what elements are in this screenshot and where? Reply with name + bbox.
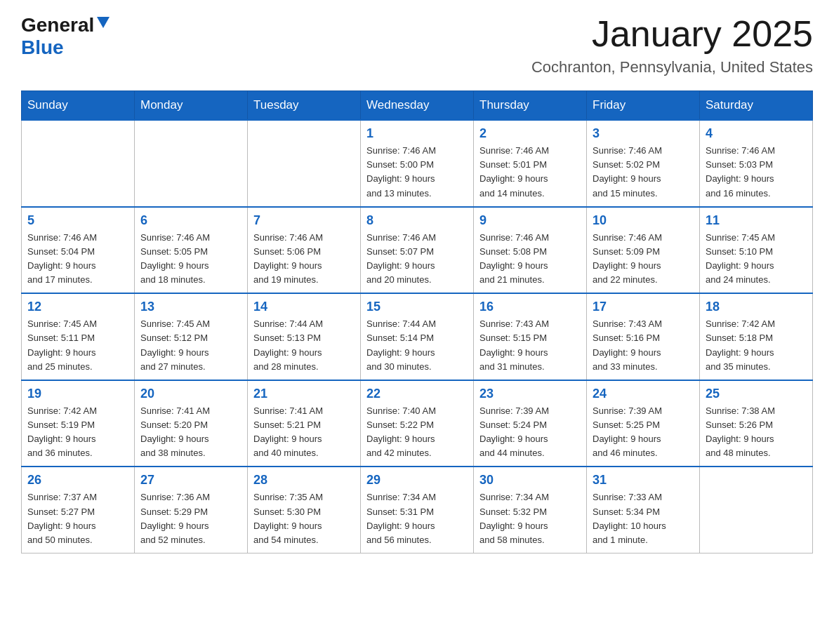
day-info: Sunrise: 7:46 AM Sunset: 5:00 PM Dayligh… <box>366 144 468 201</box>
day-number: 6 <box>140 213 241 228</box>
day-of-week-header: Sunday <box>22 91 135 121</box>
day-info: Sunrise: 7:35 AM Sunset: 5:30 PM Dayligh… <box>253 490 355 547</box>
day-info: Sunrise: 7:41 AM Sunset: 5:21 PM Dayligh… <box>253 404 355 461</box>
calendar-cell: 12Sunrise: 7:45 AM Sunset: 5:11 PM Dayli… <box>22 293 135 380</box>
logo-triangle-icon <box>97 17 110 31</box>
day-info: Sunrise: 7:33 AM Sunset: 5:34 PM Dayligh… <box>593 490 694 547</box>
day-number: 8 <box>366 213 468 228</box>
week-row: 5Sunrise: 7:46 AM Sunset: 5:04 PM Daylig… <box>22 207 813 294</box>
day-number: 28 <box>253 473 355 488</box>
day-info: Sunrise: 7:45 AM Sunset: 5:11 PM Dayligh… <box>27 317 128 374</box>
calendar-cell: 9Sunrise: 7:46 AM Sunset: 5:08 PM Daylig… <box>474 207 587 294</box>
day-info: Sunrise: 7:46 AM Sunset: 5:09 PM Dayligh… <box>593 231 694 288</box>
calendar-cell: 5Sunrise: 7:46 AM Sunset: 5:04 PM Daylig… <box>22 207 135 294</box>
page-header: General Blue January 2025 Cochranton, Pe… <box>21 14 813 76</box>
day-info: Sunrise: 7:44 AM Sunset: 5:14 PM Dayligh… <box>366 317 468 374</box>
day-number: 21 <box>253 387 355 401</box>
calendar-cell <box>135 120 248 207</box>
day-info: Sunrise: 7:38 AM Sunset: 5:26 PM Dayligh… <box>706 404 807 461</box>
day-info: Sunrise: 7:46 AM Sunset: 5:07 PM Dayligh… <box>366 231 468 288</box>
calendar-cell: 22Sunrise: 7:40 AM Sunset: 5:22 PM Dayli… <box>361 380 474 467</box>
logo-blue-text: Blue <box>21 36 64 58</box>
day-info: Sunrise: 7:39 AM Sunset: 5:25 PM Dayligh… <box>593 404 694 461</box>
day-number: 14 <box>253 300 355 314</box>
day-number: 7 <box>253 213 355 228</box>
day-number: 17 <box>593 300 694 314</box>
day-number: 30 <box>479 473 581 488</box>
day-number: 16 <box>479 300 581 314</box>
day-info: Sunrise: 7:46 AM Sunset: 5:03 PM Dayligh… <box>706 144 807 201</box>
day-info: Sunrise: 7:46 AM Sunset: 5:08 PM Dayligh… <box>479 231 581 288</box>
calendar-cell: 6Sunrise: 7:46 AM Sunset: 5:05 PM Daylig… <box>135 207 248 294</box>
calendar-cell: 10Sunrise: 7:46 AM Sunset: 5:09 PM Dayli… <box>587 207 700 294</box>
day-info: Sunrise: 7:46 AM Sunset: 5:06 PM Dayligh… <box>253 231 355 288</box>
calendar-cell: 3Sunrise: 7:46 AM Sunset: 5:02 PM Daylig… <box>587 120 700 207</box>
day-number: 31 <box>593 473 694 488</box>
calendar-header-row: SundayMondayTuesdayWednesdayThursdayFrid… <box>22 91 813 121</box>
calendar-cell: 18Sunrise: 7:42 AM Sunset: 5:18 PM Dayli… <box>700 293 813 380</box>
day-info: Sunrise: 7:43 AM Sunset: 5:16 PM Dayligh… <box>593 317 694 374</box>
calendar-title: January 2025 <box>531 14 813 54</box>
calendar-cell: 7Sunrise: 7:46 AM Sunset: 5:06 PM Daylig… <box>248 207 361 294</box>
calendar-cell: 26Sunrise: 7:37 AM Sunset: 5:27 PM Dayli… <box>22 467 135 553</box>
day-number: 3 <box>593 126 694 141</box>
day-info: Sunrise: 7:36 AM Sunset: 5:29 PM Dayligh… <box>140 490 241 547</box>
day-info: Sunrise: 7:43 AM Sunset: 5:15 PM Dayligh… <box>479 317 581 374</box>
calendar-table: SundayMondayTuesdayWednesdayThursdayFrid… <box>21 90 813 554</box>
calendar-cell: 17Sunrise: 7:43 AM Sunset: 5:16 PM Dayli… <box>587 293 700 380</box>
week-row: 12Sunrise: 7:45 AM Sunset: 5:11 PM Dayli… <box>22 293 813 380</box>
day-info: Sunrise: 7:45 AM Sunset: 5:12 PM Dayligh… <box>140 317 241 374</box>
day-info: Sunrise: 7:39 AM Sunset: 5:24 PM Dayligh… <box>479 404 581 461</box>
day-number: 18 <box>706 300 807 314</box>
calendar-cell: 2Sunrise: 7:46 AM Sunset: 5:01 PM Daylig… <box>474 120 587 207</box>
logo: General Blue <box>21 14 110 59</box>
day-number: 23 <box>479 387 581 401</box>
day-number: 22 <box>366 387 468 401</box>
week-row: 19Sunrise: 7:42 AM Sunset: 5:19 PM Dayli… <box>22 380 813 467</box>
day-number: 9 <box>479 213 581 228</box>
calendar-subtitle: Cochranton, Pennsylvania, United States <box>531 58 813 76</box>
day-number: 25 <box>706 387 807 401</box>
calendar-cell: 21Sunrise: 7:41 AM Sunset: 5:21 PM Dayli… <box>248 380 361 467</box>
calendar-cell: 30Sunrise: 7:34 AM Sunset: 5:32 PM Dayli… <box>474 467 587 553</box>
day-number: 12 <box>27 300 128 314</box>
day-number: 11 <box>706 213 807 228</box>
calendar-cell: 28Sunrise: 7:35 AM Sunset: 5:30 PM Dayli… <box>248 467 361 553</box>
day-number: 13 <box>140 300 241 314</box>
day-of-week-header: Tuesday <box>248 91 361 121</box>
calendar-cell: 15Sunrise: 7:44 AM Sunset: 5:14 PM Dayli… <box>361 293 474 380</box>
title-area: January 2025 Cochranton, Pennsylvania, U… <box>531 14 813 76</box>
calendar-cell: 19Sunrise: 7:42 AM Sunset: 5:19 PM Dayli… <box>22 380 135 467</box>
calendar-cell: 13Sunrise: 7:45 AM Sunset: 5:12 PM Dayli… <box>135 293 248 380</box>
week-row: 26Sunrise: 7:37 AM Sunset: 5:27 PM Dayli… <box>22 467 813 553</box>
day-info: Sunrise: 7:46 AM Sunset: 5:01 PM Dayligh… <box>479 144 581 201</box>
day-info: Sunrise: 7:46 AM Sunset: 5:02 PM Dayligh… <box>593 144 694 201</box>
svg-marker-0 <box>97 17 110 28</box>
calendar-cell: 14Sunrise: 7:44 AM Sunset: 5:13 PM Dayli… <box>248 293 361 380</box>
calendar-cell <box>22 120 135 207</box>
calendar-cell: 4Sunrise: 7:46 AM Sunset: 5:03 PM Daylig… <box>700 120 813 207</box>
day-info: Sunrise: 7:42 AM Sunset: 5:18 PM Dayligh… <box>706 317 807 374</box>
day-info: Sunrise: 7:37 AM Sunset: 5:27 PM Dayligh… <box>27 490 128 547</box>
calendar-cell <box>700 467 813 553</box>
calendar-cell: 1Sunrise: 7:46 AM Sunset: 5:00 PM Daylig… <box>361 120 474 207</box>
day-info: Sunrise: 7:34 AM Sunset: 5:31 PM Dayligh… <box>366 490 468 547</box>
day-number: 1 <box>366 126 468 141</box>
day-number: 19 <box>27 387 128 401</box>
day-info: Sunrise: 7:45 AM Sunset: 5:10 PM Dayligh… <box>706 231 807 288</box>
day-info: Sunrise: 7:34 AM Sunset: 5:32 PM Dayligh… <box>479 490 581 547</box>
day-info: Sunrise: 7:46 AM Sunset: 5:04 PM Dayligh… <box>27 231 128 288</box>
day-of-week-header: Saturday <box>700 91 813 121</box>
day-info: Sunrise: 7:44 AM Sunset: 5:13 PM Dayligh… <box>253 317 355 374</box>
calendar-cell: 24Sunrise: 7:39 AM Sunset: 5:25 PM Dayli… <box>587 380 700 467</box>
day-number: 27 <box>140 473 241 488</box>
day-of-week-header: Monday <box>135 91 248 121</box>
day-number: 26 <box>27 473 128 488</box>
week-row: 1Sunrise: 7:46 AM Sunset: 5:00 PM Daylig… <box>22 120 813 207</box>
day-number: 29 <box>366 473 468 488</box>
calendar-cell: 29Sunrise: 7:34 AM Sunset: 5:31 PM Dayli… <box>361 467 474 553</box>
calendar-cell: 20Sunrise: 7:41 AM Sunset: 5:20 PM Dayli… <box>135 380 248 467</box>
day-info: Sunrise: 7:42 AM Sunset: 5:19 PM Dayligh… <box>27 404 128 461</box>
day-info: Sunrise: 7:40 AM Sunset: 5:22 PM Dayligh… <box>366 404 468 461</box>
calendar-cell <box>248 120 361 207</box>
